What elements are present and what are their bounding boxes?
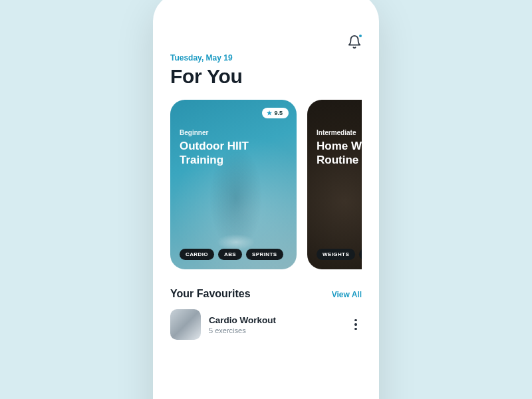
favourite-thumbnail xyxy=(170,309,201,340)
tag[interactable]: WEIGHTS xyxy=(317,249,355,260)
current-date: Tuesday, May 19 xyxy=(170,53,362,63)
card-level: Beginner xyxy=(180,129,287,136)
page-title: For You xyxy=(170,65,362,88)
dot-icon xyxy=(354,323,357,326)
favourite-name: Cardio Workout xyxy=(209,315,342,325)
phone-frame: Tuesday, May 19 For You ★ 9.5 Beginner O… xyxy=(153,0,379,399)
tag[interactable]: ABS xyxy=(218,249,242,260)
top-bar xyxy=(170,35,362,49)
dot-icon xyxy=(354,319,357,322)
tag[interactable]: CARDIO xyxy=(180,249,214,260)
notification-dot-icon xyxy=(358,33,363,39)
card-tags: CARDIO ABS SPRINTS xyxy=(180,249,287,260)
favourites-title: Your Favourites xyxy=(170,288,251,300)
card-title: Home Weight Routine xyxy=(317,139,362,168)
favourite-subtitle: 5 exercises xyxy=(209,327,342,334)
workout-card-weights[interactable]: Intermediate Home Weight Routine WEIGHTS… xyxy=(307,100,362,269)
view-all-link[interactable]: View All xyxy=(332,290,362,299)
rating-value: 9.5 xyxy=(274,110,283,116)
card-level: Intermediate xyxy=(317,129,362,136)
dot-icon xyxy=(354,328,357,331)
favourites-header: Your Favourites View All xyxy=(170,288,362,300)
workout-cards-carousel[interactable]: ★ 9.5 Beginner Outdoor HIIT Training CAR… xyxy=(170,100,362,269)
tag[interactable]: SPRINTS xyxy=(246,249,283,260)
workout-card-hiit[interactable]: ★ 9.5 Beginner Outdoor HIIT Training CAR… xyxy=(170,100,297,269)
home-screen: Tuesday, May 19 For You ★ 9.5 Beginner O… xyxy=(153,0,379,340)
tag[interactable]: HOME xyxy=(359,249,362,260)
card-title: Outdoor HIIT Training xyxy=(180,139,273,168)
rating-badge: ★ 9.5 xyxy=(262,108,289,118)
favourite-item[interactable]: Cardio Workout 5 exercises xyxy=(170,309,362,340)
more-options-button[interactable] xyxy=(350,319,362,331)
card-tags: WEIGHTS HOME LE xyxy=(317,249,362,260)
star-icon: ★ xyxy=(267,110,272,116)
notifications-button[interactable] xyxy=(347,35,362,49)
favourite-text: Cardio Workout 5 exercises xyxy=(209,315,342,334)
